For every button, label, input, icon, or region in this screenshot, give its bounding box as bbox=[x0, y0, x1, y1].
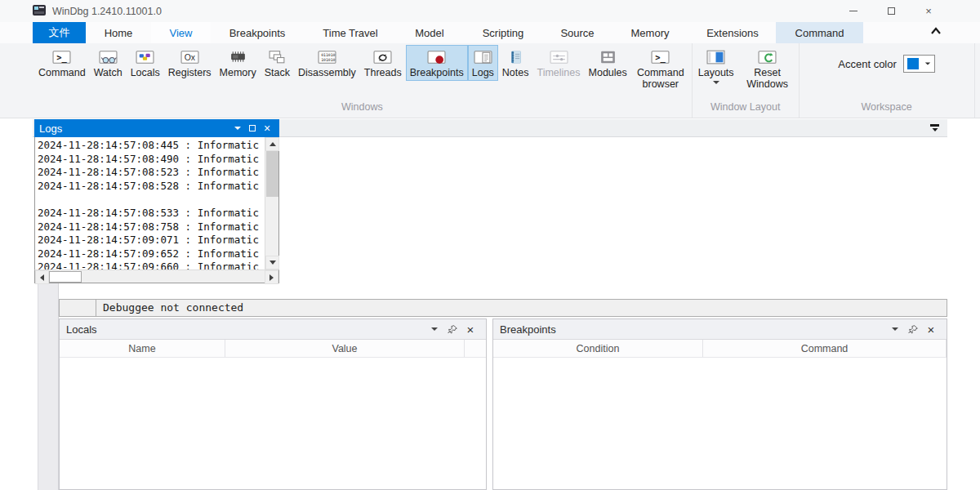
ribbon-button-reset-windows[interactable]: Reset Windows bbox=[738, 45, 797, 92]
ribbon-button-label: Layouts bbox=[698, 67, 734, 78]
tab-extensions[interactable]: Extensions bbox=[689, 22, 776, 43]
vertical-scroll-thumb[interactable] bbox=[266, 151, 278, 197]
disassembly-binary-icon: 011010101010 bbox=[316, 48, 337, 65]
tab-home[interactable]: Home bbox=[86, 22, 151, 43]
triangle-right-icon bbox=[270, 274, 274, 281]
tab-source[interactable]: Source bbox=[544, 22, 611, 43]
ribbon-button-modules[interactable]: Modules bbox=[585, 45, 631, 81]
pin-icon bbox=[448, 324, 458, 335]
column-header-spacer bbox=[465, 340, 486, 357]
ribbon-button-layouts[interactable]: Layouts bbox=[694, 45, 738, 87]
locals-close-button[interactable]: × bbox=[461, 321, 479, 337]
ribbon-group-windows: >_CommandWatchLocalsOxRegistersMemorySta… bbox=[33, 43, 693, 118]
svg-text:101010: 101010 bbox=[321, 58, 335, 62]
locals-column-headers: Name Value bbox=[60, 340, 486, 358]
tab-command[interactable]: Command bbox=[776, 22, 863, 43]
column-header-command[interactable]: Command bbox=[703, 340, 947, 357]
ribbon-button-breakpoints[interactable]: Breakpoints bbox=[406, 45, 468, 81]
scroll-down-button[interactable] bbox=[265, 256, 279, 270]
breakpoints-menu-button[interactable] bbox=[886, 321, 904, 337]
breakpoints-panel-titlebar: Breakpoints × bbox=[493, 319, 947, 340]
locals-panel-titlebar: Locals × bbox=[60, 319, 486, 340]
ribbon-button-disassembly[interactable]: 011010101010Disassembly bbox=[294, 45, 360, 81]
breakpoints-close-button[interactable]: × bbox=[922, 321, 940, 337]
ribbon-button-command[interactable]: >_Command bbox=[34, 45, 90, 81]
svg-text:>_: >_ bbox=[57, 51, 68, 62]
scroll-up-button[interactable] bbox=[265, 137, 279, 151]
tab-model[interactable]: Model bbox=[397, 22, 462, 43]
locals-menu-button[interactable] bbox=[425, 321, 443, 337]
logs-window-titlebar[interactable]: Logs × bbox=[34, 119, 279, 137]
ribbon-button-timelines[interactable]: Timelines bbox=[533, 45, 585, 81]
minimize-button[interactable] bbox=[835, 0, 872, 22]
tab-scripting[interactable]: Scripting bbox=[462, 22, 544, 43]
terminal-window-icon: >_ bbox=[51, 48, 73, 65]
logs-close-button[interactable]: × bbox=[260, 121, 274, 136]
dock-autohide-icon[interactable] bbox=[929, 122, 941, 137]
ribbon-button-label: Locals bbox=[131, 67, 160, 78]
tab-memory[interactable]: Memory bbox=[611, 22, 689, 43]
tab-view[interactable]: View bbox=[151, 22, 211, 43]
ribbon-button-command-browser[interactable]: >_Command browser bbox=[631, 45, 690, 92]
locals-panel-title: Locals bbox=[66, 323, 97, 336]
column-header-name[interactable]: Name bbox=[60, 340, 225, 357]
horizontal-scrollbar[interactable] bbox=[34, 270, 279, 283]
logs-menu-button[interactable] bbox=[230, 121, 245, 136]
group-label-workspace: Workspace bbox=[800, 101, 974, 118]
log-line: 2024-11-28:14:57:08:528 : Informatic bbox=[38, 180, 265, 194]
terminal-window-icon: >_ bbox=[650, 48, 671, 65]
ribbon-group-window-layout: LayoutsReset Windows Window Layout bbox=[693, 43, 800, 118]
layouts-split-icon bbox=[706, 48, 727, 65]
breakpoints-body[interactable] bbox=[493, 358, 947, 489]
timelines-slider-icon bbox=[548, 48, 569, 65]
tab-breakpoints[interactable]: Breakpoints bbox=[211, 22, 304, 43]
log-text-area[interactable]: 2024-11-28:14:57:08:445 : Informatic2024… bbox=[35, 137, 265, 270]
log-line: 2024-11-28:14:57:08:533 : Informatic bbox=[38, 207, 265, 220]
ribbon: >_CommandWatchLocalsOxRegistersMemorySta… bbox=[0, 43, 980, 118]
ribbon-button-threads[interactable]: Threads bbox=[360, 45, 406, 81]
windbg-app-icon bbox=[33, 5, 47, 17]
ribbon-button-stack[interactable]: Stack bbox=[261, 45, 294, 81]
window-controls: × bbox=[835, 0, 947, 22]
ribbon-button-memory[interactable]: Memory bbox=[216, 45, 261, 81]
chevron-down-icon bbox=[892, 327, 898, 331]
dock-edge-strip bbox=[38, 283, 59, 490]
locals-body[interactable] bbox=[60, 358, 486, 489]
ribbon-button-label: Command bbox=[38, 67, 86, 78]
watch-glasses-icon bbox=[97, 48, 118, 65]
maximize-icon bbox=[888, 7, 895, 15]
ribbon-button-locals[interactable]: Locals bbox=[127, 45, 164, 81]
logs-window: Logs × 2024-11-28:14:57:08:445 : Informa… bbox=[34, 119, 279, 283]
breakpoints-pin-button[interactable] bbox=[904, 321, 922, 337]
collapse-ribbon-button[interactable] bbox=[929, 25, 944, 40]
column-header-value[interactable]: Value bbox=[225, 340, 465, 357]
notes-notebook-icon bbox=[505, 48, 526, 65]
accent-color-picker[interactable] bbox=[903, 55, 935, 73]
ribbon-button-label: Watch bbox=[94, 67, 122, 78]
close-icon: × bbox=[928, 323, 935, 336]
logs-maximize-button[interactable] bbox=[245, 121, 260, 136]
scroll-right-button[interactable] bbox=[265, 270, 278, 284]
ribbon-button-watch[interactable]: Watch bbox=[90, 45, 127, 81]
accent-color-swatch bbox=[907, 58, 919, 69]
close-icon: × bbox=[264, 122, 270, 134]
ribbon-button-logs[interactable]: Logs bbox=[468, 45, 498, 81]
ribbon-button-notes[interactable]: Notes bbox=[498, 45, 533, 81]
tab-file[interactable]: 文件 bbox=[33, 22, 86, 43]
maximize-button[interactable] bbox=[872, 0, 910, 22]
ribbon-button-label: Modules bbox=[589, 67, 627, 78]
horizontal-scroll-thumb[interactable] bbox=[49, 271, 82, 283]
tab-time-travel[interactable]: Time Travel bbox=[304, 22, 397, 43]
chevron-down-icon bbox=[713, 81, 719, 84]
ribbon-button-registers[interactable]: OxRegisters bbox=[164, 45, 216, 81]
close-button[interactable]: × bbox=[910, 0, 947, 22]
ribbon-button-label: Breakpoints bbox=[410, 67, 464, 78]
triangle-up-icon bbox=[270, 142, 276, 146]
logs-document-icon bbox=[472, 48, 493, 65]
column-header-condition[interactable]: Condition bbox=[493, 340, 703, 357]
locals-pin-button[interactable] bbox=[443, 321, 461, 337]
scroll-left-button[interactable] bbox=[35, 270, 49, 284]
vertical-scrollbar[interactable] bbox=[265, 137, 278, 270]
locals-blocks-icon bbox=[135, 48, 156, 65]
locals-panel: Locals × Name Value bbox=[59, 318, 487, 490]
